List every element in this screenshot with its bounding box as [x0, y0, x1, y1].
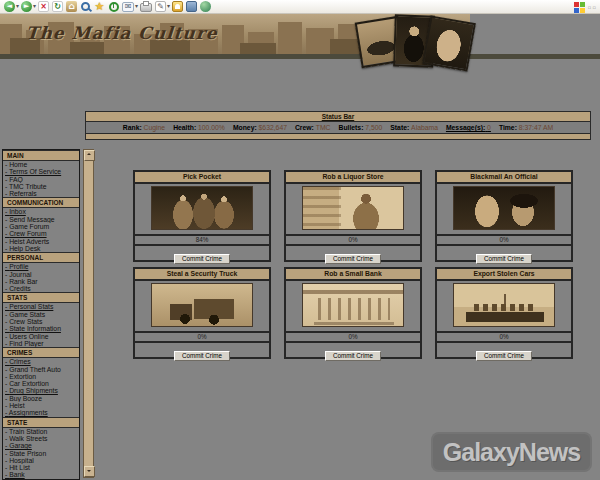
- sidebar-item-heist-adverts[interactable]: Heist Adverts: [3, 238, 79, 245]
- print-icon[interactable]: [140, 3, 152, 12]
- favorites-icon[interactable]: ★: [94, 1, 105, 12]
- sidebar-item-assignments[interactable]: Assignments: [3, 409, 79, 416]
- forward-icon[interactable]: ►: [21, 1, 32, 12]
- sidebar-item-crew-forum[interactable]: Crew Forum: [3, 230, 79, 237]
- sidebar-item-rank-bar[interactable]: Rank Bar: [3, 278, 79, 285]
- scroll-down-icon[interactable]: [84, 466, 95, 477]
- home-icon[interactable]: ⌂: [66, 1, 77, 12]
- site-title: The Mafia Culture: [25, 23, 218, 43]
- book-icon[interactable]: [186, 1, 197, 12]
- crime-success-rate: 0%: [286, 331, 420, 341]
- back-icon[interactable]: ◄: [4, 1, 15, 12]
- history-icon[interactable]: [108, 1, 119, 12]
- sidebar-item-drug-shipments[interactable]: Drug Shipments: [3, 387, 79, 394]
- dropdown-caret-icon[interactable]: ▾: [167, 0, 170, 13]
- status-field-value: 100.00%: [198, 124, 225, 131]
- status-field-label: Crew:: [295, 124, 314, 131]
- dropdown-caret-icon[interactable]: ▾: [16, 0, 19, 13]
- crime-success-rate: 0%: [135, 331, 269, 341]
- status-bar: Status Bar Rank: CugineHealth: 100.00%Mo…: [85, 111, 591, 140]
- sidebar-item-credits[interactable]: Credits: [3, 285, 79, 292]
- sidebar-item-tmc-tribute[interactable]: TMC Tribute: [3, 183, 79, 190]
- sidebar-item-crew-stats[interactable]: Crew Stats: [3, 318, 79, 325]
- sidebar-item-find-player[interactable]: Find Player: [3, 340, 79, 347]
- status-bar-fields: Rank: CugineHealth: 100.00%Money: $632,6…: [86, 121, 590, 134]
- sidebar-item-help-desk[interactable]: Help Desk: [3, 245, 79, 252]
- sidebar-item-buy-booze[interactable]: Buy Booze: [3, 395, 79, 402]
- sidebar-section-main: MAIN: [3, 150, 79, 161]
- sidebar-item-crimes[interactable]: Crimes: [3, 358, 79, 365]
- sidebar-item-send-message[interactable]: Send Message: [3, 216, 79, 223]
- dropdown-caret-icon[interactable]: ▾: [33, 0, 36, 13]
- commit-crime-button[interactable]: Commit Crime: [325, 254, 381, 264]
- sidebar-item-hospital[interactable]: Hospital: [3, 457, 79, 464]
- refresh-icon[interactable]: ↻: [52, 1, 63, 12]
- sidebar-item-journal[interactable]: Journal: [3, 271, 79, 278]
- crime-photo-frame: [437, 283, 571, 331]
- crime-panel: Export Stolen Cars0%Commit Crime: [435, 267, 573, 359]
- crime-button-row: Commit Crime: [135, 341, 269, 357]
- sidebar-item-game-forum[interactable]: Game Forum: [3, 223, 79, 230]
- crime-panel: Rob a Liquor Store0%Commit Crime: [284, 170, 422, 262]
- sidebar-item-hit-list[interactable]: Hit List: [3, 464, 79, 471]
- sidebar-item-bank[interactable]: Bank: [3, 471, 79, 478]
- galaxynews-watermark: GalaxyNews: [431, 432, 592, 472]
- dropdown-caret-icon[interactable]: ▾: [135, 0, 138, 13]
- crime-button-row: Commit Crime: [286, 341, 420, 357]
- crime-success-rate: 0%: [437, 234, 571, 244]
- search-icon[interactable]: [80, 1, 91, 12]
- status-field-value: 7,500: [365, 124, 382, 131]
- status-field-label: Time:: [499, 124, 517, 131]
- sidebar-item-terms-of-service[interactable]: Terms Of Service: [3, 168, 79, 175]
- pickpocket-photo: [151, 186, 253, 230]
- sidebar-item-inbox[interactable]: Inbox: [3, 208, 79, 215]
- crime-success-rate: 0%: [437, 331, 571, 341]
- sidebar-section-stats: STATS: [3, 292, 79, 303]
- liquor-store-photo: [302, 186, 404, 230]
- commit-crime-button[interactable]: Commit Crime: [174, 351, 230, 361]
- sidebar-item-users-online[interactable]: Users Online: [3, 333, 79, 340]
- messenger-icon[interactable]: [172, 1, 183, 12]
- edit-icon[interactable]: ✎: [155, 1, 166, 12]
- commit-crime-button[interactable]: Commit Crime: [325, 351, 381, 361]
- sidebar-menu: MAINHomeTerms Of ServiceFAQTMC TributeRe…: [2, 149, 80, 480]
- crime-title: Blackmail An Official: [437, 172, 571, 184]
- status-field: Time: 8:37:47 AM: [499, 124, 553, 131]
- status-field-value: Alabama: [411, 124, 438, 131]
- commit-crime-button[interactable]: Commit Crime: [174, 254, 230, 264]
- sidebar-item-faq[interactable]: FAQ: [3, 176, 79, 183]
- mail-icon[interactable]: ✉: [122, 2, 134, 12]
- sidebar-item-garage[interactable]: Garage: [3, 442, 79, 449]
- status-field[interactable]: Message(s): 0: [446, 124, 491, 131]
- crime-photo-frame: [135, 283, 269, 331]
- sidebar-item-state-information[interactable]: State Information: [3, 325, 79, 332]
- small-bank-photo: [302, 283, 404, 327]
- sidebar-item-home[interactable]: Home: [3, 161, 79, 168]
- sidebar-item-train-station[interactable]: Train Station: [3, 428, 79, 435]
- crime-button-row: Commit Crime: [135, 244, 269, 260]
- sidebar-item-heist[interactable]: Heist: [3, 402, 79, 409]
- stop-icon[interactable]: ×: [38, 1, 49, 12]
- crime-panel: Rob a Small Bank0%Commit Crime: [284, 267, 422, 359]
- sidebar-item-game-stats[interactable]: Game Stats: [3, 311, 79, 318]
- sidebar-item-profile[interactable]: Profile: [3, 263, 79, 270]
- sidebar-scrollbar[interactable]: [83, 149, 94, 478]
- crime-button-row: Commit Crime: [286, 244, 420, 260]
- sidebar-item-walk-streets[interactable]: Walk Streets: [3, 435, 79, 442]
- sidebar-item-state-prison[interactable]: State Prison: [3, 450, 79, 457]
- commit-crime-button[interactable]: Commit Crime: [476, 254, 532, 264]
- sidebar-item-referrals[interactable]: Referrals: [3, 190, 79, 197]
- status-bar-title: Status Bar: [86, 112, 590, 121]
- sidebar-item-personal-stats[interactable]: Personal Stats: [3, 303, 79, 310]
- sidebar-section-state: STATE: [3, 417, 79, 428]
- crimes-grid: Pick Pocket84%Commit CrimeRob a Liquor S…: [133, 170, 573, 359]
- sidebar-item-grand-theft-auto[interactable]: Grand Theft Auto: [3, 366, 79, 373]
- crime-title: Steal a Security Truck: [135, 269, 269, 281]
- globe-icon[interactable]: [200, 1, 211, 12]
- commit-crime-button[interactable]: Commit Crime: [476, 351, 532, 361]
- window-controls-icon[interactable]: ▫ ▫: [588, 2, 596, 13]
- sidebar-item-extortion[interactable]: Extortion: [3, 373, 79, 380]
- sidebar-item-car-extortion[interactable]: Car Extortion: [3, 380, 79, 387]
- scroll-up-icon[interactable]: [84, 150, 95, 161]
- windows-flag-icon[interactable]: [574, 2, 585, 13]
